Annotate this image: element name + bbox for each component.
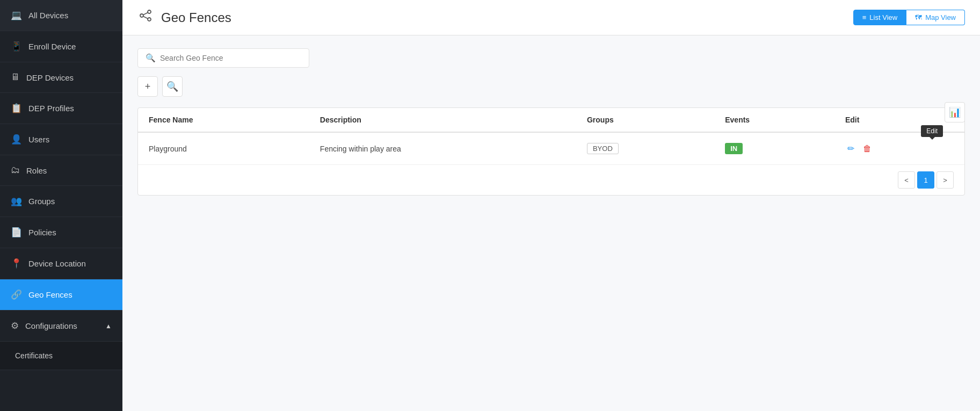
search-bar: 🔍 xyxy=(137,48,309,68)
sidebar-item-geo-fences[interactable]: 🔗 Geo Fences xyxy=(0,279,122,311)
sidebar: 💻 All Devices 📱 Enroll Device 🖥 DEP Devi… xyxy=(0,0,122,411)
map-view-button[interactable]: 🗺 Map View xyxy=(906,10,965,25)
action-buttons: Edit ✏ 🗑 xyxy=(845,141,954,156)
col-groups: Groups xyxy=(576,108,714,132)
sidebar-item-enroll-device[interactable]: 📱 Enroll Device xyxy=(0,31,122,62)
col-fence-name: Fence Name xyxy=(138,108,309,132)
roles-icon: 🗂 xyxy=(11,165,20,176)
page-1-button[interactable]: 1 xyxy=(917,171,934,189)
view-switcher: ≡ List View 🗺 Map View xyxy=(853,10,965,25)
geo-fences-icon: 🔗 xyxy=(11,289,22,300)
search-button[interactable]: 🔍 xyxy=(162,76,183,97)
plus-icon: + xyxy=(145,81,151,92)
search-icon: 🔍 xyxy=(146,53,156,63)
groups-cell: BYOD xyxy=(576,132,714,164)
geo-fences-title-icon xyxy=(137,8,154,27)
list-view-button[interactable]: ≡ List View xyxy=(853,10,906,25)
byod-tag: BYOD xyxy=(587,143,619,154)
enroll-icon: 📱 xyxy=(11,41,22,52)
next-icon: > xyxy=(943,176,947,184)
page-header: Geo Fences ≡ List View 🗺 Map View xyxy=(122,0,980,35)
content-area: 🔍 + 🔍 📊 Fen xyxy=(122,35,980,411)
groups-icon: 👥 xyxy=(11,196,22,207)
delete-button[interactable]: 🗑 xyxy=(861,142,874,156)
policies-icon: 📄 xyxy=(11,227,22,238)
col-events: Events xyxy=(714,108,834,132)
in-badge: IN xyxy=(725,143,743,154)
description-cell: Fencing within play area xyxy=(309,132,576,164)
map-icon: 🗺 xyxy=(915,13,922,21)
page-1-label: 1 xyxy=(924,176,927,184)
dep-profiles-icon: 📋 xyxy=(11,103,22,114)
chart-icon: 📊 xyxy=(949,106,961,118)
svg-line-3 xyxy=(143,13,148,15)
svg-point-1 xyxy=(148,10,151,13)
geo-fences-table: Fence Name Description Groups Events Edi… xyxy=(137,107,965,196)
fence-name-cell: Playground xyxy=(138,132,309,164)
edit-button[interactable]: ✏ xyxy=(845,141,856,156)
edit-icon: ✏ xyxy=(847,144,854,153)
delete-icon: 🗑 xyxy=(863,144,872,153)
prev-icon: < xyxy=(904,176,909,184)
users-icon: 👤 xyxy=(11,134,22,145)
col-description: Description xyxy=(309,108,576,132)
sidebar-item-device-location[interactable]: 📍 Device Location xyxy=(0,248,122,279)
main-content: Geo Fences ≡ List View 🗺 Map View 🔍 xyxy=(122,0,980,411)
search-btn-icon: 🔍 xyxy=(166,81,178,92)
sidebar-item-policies[interactable]: 📄 Policies xyxy=(0,217,122,248)
sidebar-item-dep-devices[interactable]: 🖥 DEP Devices xyxy=(0,62,122,93)
prev-page-button[interactable]: < xyxy=(898,171,915,189)
configurations-icon: ⚙ xyxy=(11,320,19,331)
content-wrapper: 🔍 + 🔍 📊 Fen xyxy=(137,48,965,196)
add-button[interactable]: + xyxy=(137,76,158,97)
sidebar-item-users[interactable]: 👤 Users xyxy=(0,124,122,155)
sidebar-item-configurations[interactable]: ⚙ Configurations ▲ xyxy=(0,311,122,342)
table-row: Playground Fencing within play area BYOD… xyxy=(138,132,964,164)
actions-cell: Edit ✏ 🗑 xyxy=(834,132,964,164)
dep-devices-icon: 🖥 xyxy=(11,72,20,83)
svg-point-2 xyxy=(148,18,151,21)
sidebar-item-roles[interactable]: 🗂 Roles xyxy=(0,155,122,186)
utility-button[interactable]: 📊 xyxy=(945,102,965,122)
sidebar-item-certificates[interactable]: Certificates xyxy=(0,342,122,370)
devices-icon: 💻 xyxy=(11,10,22,21)
search-input[interactable] xyxy=(160,54,301,62)
sidebar-item-all-devices[interactable]: 💻 All Devices xyxy=(0,0,122,31)
svg-line-4 xyxy=(143,17,148,19)
events-cell: IN xyxy=(714,132,834,164)
pagination: < 1 > xyxy=(138,164,964,195)
page-title: Geo Fences xyxy=(137,8,231,27)
sidebar-item-dep-profiles[interactable]: 📋 DEP Profiles xyxy=(0,93,122,124)
list-icon: ≡ xyxy=(862,13,867,21)
toolbar: + 🔍 xyxy=(137,76,965,97)
location-icon: 📍 xyxy=(11,258,22,269)
next-page-button[interactable]: > xyxy=(937,171,954,189)
sidebar-item-groups[interactable]: 👥 Groups xyxy=(0,186,122,217)
chevron-up-icon: ▲ xyxy=(105,322,112,330)
svg-point-0 xyxy=(140,14,143,17)
